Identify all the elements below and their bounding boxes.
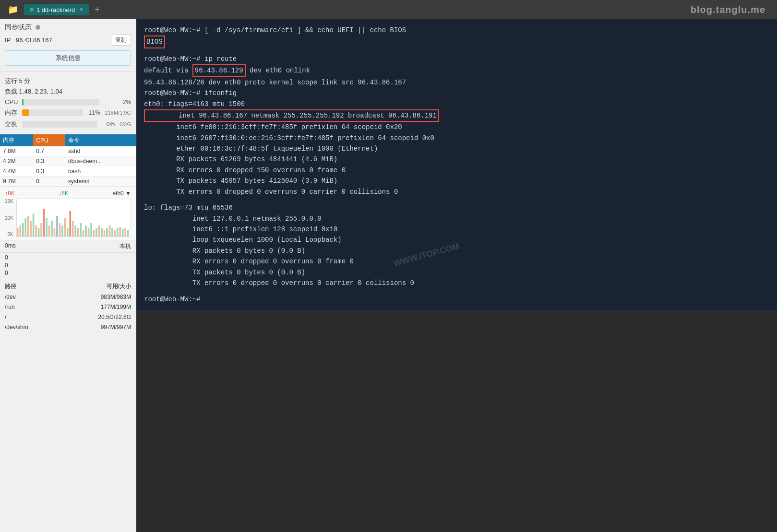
svg-rect-2 xyxy=(22,223,24,237)
terminal-line: default via 96.43.86.129 dev eth0 onlink xyxy=(144,64,769,77)
tab-close-button[interactable]: × xyxy=(80,6,83,13)
terminal-line: BIOS xyxy=(144,35,165,48)
latency-val-2: 0 xyxy=(5,261,131,269)
disk-path: /dev/shm xyxy=(5,324,28,331)
svg-rect-14 xyxy=(53,228,55,237)
proc-col-cpu[interactable]: CPU xyxy=(33,134,65,146)
mem-label: 内存 xyxy=(5,108,19,117)
swap-stat-row: 交换 0% 0/2G xyxy=(5,118,131,130)
svg-rect-7 xyxy=(35,225,37,237)
proc-cpu: 0.7 xyxy=(33,146,65,156)
terminal-line: inet6 2607:f130:0:ee:216:3cff:fe7f:485f … xyxy=(144,133,769,143)
disk-path: /run xyxy=(5,304,15,310)
svg-rect-33 xyxy=(103,230,105,237)
svg-rect-27 xyxy=(88,228,90,237)
cpu-label: CPU xyxy=(5,98,19,106)
svg-rect-24 xyxy=(80,223,82,237)
terminal-line xyxy=(144,288,769,294)
proc-cmd: systemd xyxy=(65,177,136,187)
terminal-line: root@Web-MW:~# ip route xyxy=(144,54,769,64)
disk-row: / 20.5G/22.6G xyxy=(5,312,131,322)
proc-cmd: dbus-daem... xyxy=(65,156,136,166)
latency-val-3: 0 xyxy=(5,269,131,277)
tab-status-dot xyxy=(30,8,34,12)
sysinfo-button[interactable]: 系统信息 xyxy=(5,50,131,66)
swap-detail: 0/2G xyxy=(120,121,131,127)
svg-rect-42 xyxy=(127,230,129,237)
svg-rect-23 xyxy=(77,228,79,237)
terminal-line: inet6 fe80::216:3cff:fe7f:485f prefixlen… xyxy=(144,122,769,132)
highlighted-output: BIOS xyxy=(144,35,165,48)
terminal-content[interactable]: root@Web-MW:~# [ -d /sys/firmware/efi ] … xyxy=(136,19,777,310)
terminal-line: inet6 ::1 prefixlen 128 scopeid 0x10 xyxy=(144,224,769,235)
disk-section: 路径 可用/大小 /dev 983M/983M /run 177M/199M /… xyxy=(0,278,136,335)
proc-col-cmd[interactable]: 命令 xyxy=(65,134,136,146)
latency-location: 本机 xyxy=(120,242,131,250)
svg-rect-0 xyxy=(17,228,19,237)
uptime-row: 运行 5 分 xyxy=(5,76,131,86)
copy-ip-button[interactable]: 复制 xyxy=(111,35,131,46)
cpu-bar-fill xyxy=(22,99,24,106)
terminal-wrapper: root@Web-MW:~# [ -d /sys/firmware/efi ] … xyxy=(136,19,777,532)
add-tab-button[interactable]: + xyxy=(91,5,104,15)
process-section: 内存 CPU 命令 7.8M 0.7 sshd 4.2M 0.3 dbus-da… xyxy=(0,134,136,187)
disk-header: 路径 可用/大小 xyxy=(5,281,131,292)
disk-rows: /dev 983M/983M /run 177M/199M / 20.5G/22… xyxy=(5,292,131,332)
disk-row: /dev/shm 997M/997M xyxy=(5,322,131,332)
svg-rect-26 xyxy=(85,225,87,237)
table-row: 7.8M 0.7 sshd xyxy=(0,146,136,156)
disk-avail: 177M/199M xyxy=(101,304,131,310)
svg-rect-35 xyxy=(108,225,110,237)
proc-mem: 4.4M xyxy=(0,166,33,177)
proc-cpu: 0 xyxy=(33,177,65,187)
highlighted-output: inet 96.43.86.167 netmask 255.255.255.19… xyxy=(144,109,439,122)
load-row: 负载 1.48, 2.23, 1.04 xyxy=(5,86,131,97)
swap-percent: 0% xyxy=(100,121,115,128)
network-header: ↑8K ↓6K eth0 ▼ xyxy=(5,190,131,197)
svg-rect-20 xyxy=(69,211,71,237)
proc-mem: 7.8M xyxy=(0,146,33,156)
ip-value: 96.43.86.167 xyxy=(16,36,52,44)
svg-rect-8 xyxy=(38,228,40,237)
latency-value: 0ms xyxy=(5,242,16,250)
process-table: 内存 CPU 命令 7.8M 0.7 sshd 4.2M 0.3 dbus-da… xyxy=(0,134,136,187)
terminal-line xyxy=(144,197,769,202)
terminal-line: root@Web-MW:~# [ -d /sys/firmware/efi ] … xyxy=(144,25,769,35)
terminal-area[interactable]: root@Web-MW:~# [ -d /sys/firmware/efi ] … xyxy=(136,19,777,310)
svg-rect-6 xyxy=(33,213,35,237)
proc-cmd: bash xyxy=(65,166,136,177)
tab-bar: 📁 1 dd-racknerd × + blog.tanglu.me xyxy=(0,0,777,19)
terminal-line: TX packets 0 bytes 0 (0.0 B) xyxy=(144,267,769,278)
latency-section: 0ms 本机 xyxy=(0,240,136,253)
network-section: ↑8K ↓6K eth0 ▼ 15K 10K 5K xyxy=(0,187,136,240)
svg-rect-28 xyxy=(90,223,92,237)
proc-col-mem[interactable]: 内存 xyxy=(0,134,33,146)
disk-path: / xyxy=(5,314,6,320)
terminal-line: root@Web-MW:~# ifconfig xyxy=(144,88,769,98)
terminal-line: ether 00:16:3c:7f:48:5f txqueuelen 1000 … xyxy=(144,143,769,154)
swap-label: 交换 xyxy=(5,120,19,129)
ip-row: IP 96.43.86.167 复制 xyxy=(5,32,131,48)
svg-rect-10 xyxy=(43,209,45,237)
proc-mem: 9.7M xyxy=(0,177,33,187)
proc-cmd: sshd xyxy=(65,146,136,156)
terminal-line: TX packets 45957 bytes 4125040 (3.9 MiB) xyxy=(144,176,769,186)
svg-rect-13 xyxy=(51,221,53,237)
network-scale: 15K 10K 5K xyxy=(5,199,14,237)
terminal-tab[interactable]: 1 dd-racknerd × xyxy=(24,4,89,15)
network-up: ↑8K xyxy=(5,190,15,197)
folder-icon[interactable]: 📁 xyxy=(4,4,22,15)
dropdown-arrow-icon: ▼ xyxy=(125,190,131,197)
disk-avail: 983M/983M xyxy=(101,294,131,300)
terminal-line: root@Web-MW:~# xyxy=(144,294,769,305)
svg-rect-36 xyxy=(111,228,113,237)
cpu-bar-container xyxy=(22,99,99,106)
svg-rect-17 xyxy=(61,225,63,237)
svg-rect-38 xyxy=(117,228,119,237)
svg-rect-3 xyxy=(24,218,26,237)
svg-rect-22 xyxy=(74,225,76,237)
sync-section: 同步状态 IP 96.43.86.167 复制 系统信息 xyxy=(0,19,136,72)
network-interface[interactable]: eth0 ▼ xyxy=(112,190,131,197)
latency-values: 0 0 0 xyxy=(0,253,136,278)
terminal-line: RX packets 61269 bytes 4841441 (4.6 MiB) xyxy=(144,154,769,165)
